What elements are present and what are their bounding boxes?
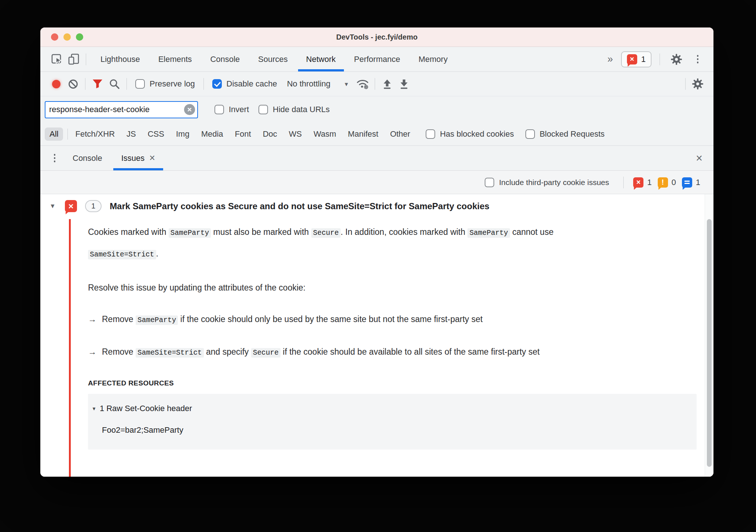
invert-checkbox[interactable]: Invert — [214, 105, 249, 114]
scrollbar-thumb[interactable] — [707, 219, 712, 467]
more-tabs-icon[interactable]: » — [604, 53, 617, 65]
filter-input[interactable] — [45, 101, 198, 118]
type-filter-js[interactable]: JS — [121, 129, 142, 139]
include-third-party-label: Include third-party cookie issues — [499, 178, 609, 187]
type-filter-fetch-xhr[interactable]: Fetch/XHR — [69, 129, 121, 139]
drawer-tab-issues[interactable]: Issues × — [112, 146, 165, 170]
record-network-log-button[interactable] — [48, 75, 65, 92]
drawer-tab-bar: Console Issues × × — [40, 146, 713, 171]
warning-count: 0 — [672, 178, 676, 187]
type-filter-media[interactable]: Media — [195, 129, 229, 139]
affected-resources-heading: AFFECTED RESOURCES — [88, 379, 697, 387]
has-blocked-cookies-checkbox[interactable]: Has blocked cookies — [426, 129, 514, 139]
type-filter-other[interactable]: Other — [384, 129, 416, 139]
throttling-value: No throttling — [287, 79, 331, 89]
tab-elements[interactable]: Elements — [149, 47, 201, 71]
tab-console[interactable]: Console — [201, 47, 249, 71]
type-filter-css[interactable]: CSS — [142, 129, 170, 139]
type-filter-all[interactable]: All — [45, 128, 63, 141]
warning-count-badge: ! 0 — [658, 177, 676, 188]
close-issues-tab-icon[interactable]: × — [149, 153, 155, 163]
disable-cache-checkbox[interactable]: Disable cache — [212, 79, 277, 89]
main-menu-button[interactable] — [689, 51, 706, 68]
import-har-button[interactable] — [379, 75, 396, 92]
resource-group-toggle[interactable]: ▼ 1 Raw Set-Cookie header — [92, 404, 689, 413]
settings-button[interactable] — [668, 51, 685, 68]
blocked-requests-checkbox[interactable]: Blocked Requests — [525, 129, 605, 139]
kebab-menu-icon — [54, 154, 56, 162]
blocked-requests-label: Blocked Requests — [540, 129, 605, 139]
network-filter-row: × Invert Hide data URLs — [40, 96, 713, 123]
message-badge-icon — [682, 177, 692, 188]
include-third-party-checkbox[interactable]: Include third-party cookie issues — [485, 178, 609, 187]
tab-network[interactable]: Network — [297, 47, 345, 71]
error-count: 1 — [647, 178, 652, 187]
minimize-window-button[interactable] — [63, 33, 71, 41]
hide-data-urls-checkbox[interactable]: Hide data URLs — [258, 105, 330, 114]
checkbox-unchecked-icon — [485, 178, 494, 187]
issues-counter-button[interactable]: × 1 — [621, 51, 652, 67]
message-count: 1 — [696, 178, 700, 187]
resolution-item: →Remove SameParty if the cookie should o… — [88, 309, 697, 330]
close-window-button[interactable] — [51, 33, 58, 41]
type-filter-img[interactable]: Img — [170, 129, 195, 139]
code-samesite-strict: SameSite=Strict — [136, 348, 204, 358]
inspect-cursor-icon — [50, 53, 63, 66]
close-drawer-button[interactable]: × — [696, 152, 702, 164]
arrow-right-icon: → — [88, 314, 96, 324]
request-type-bar: All Fetch/XHR JS CSS Img Media Font Doc … — [40, 123, 713, 146]
search-network-button[interactable] — [106, 75, 123, 92]
divider — [85, 78, 85, 90]
scrollbar-track[interactable] — [705, 194, 713, 477]
export-har-button[interactable] — [396, 75, 412, 92]
divider — [623, 177, 624, 188]
expand-issue-icon[interactable]: ▼ — [49, 203, 60, 210]
device-toolbar-button[interactable] — [65, 51, 82, 68]
issue-error-icon: × — [65, 200, 77, 212]
issues-panel: ▼ × 1 Mark SameParty cookies as Secure a… — [40, 194, 713, 477]
network-conditions-button[interactable] — [354, 75, 371, 92]
error-badge-icon: × — [633, 177, 643, 188]
code-sameparty: SameParty — [467, 228, 510, 238]
tab-sources[interactable]: Sources — [249, 47, 297, 71]
download-icon — [399, 79, 409, 89]
tab-lighthouse[interactable]: Lighthouse — [91, 47, 149, 71]
divider — [685, 78, 686, 90]
tab-memory[interactable]: Memory — [409, 47, 456, 71]
type-filter-ws[interactable]: WS — [283, 129, 308, 139]
type-filter-manifest[interactable]: Manifest — [342, 129, 384, 139]
message-count-badge: 1 — [682, 177, 700, 188]
inspect-element-button[interactable] — [48, 51, 65, 68]
clear-network-log-button[interactable] — [65, 75, 81, 92]
filter-toggle-button[interactable] — [89, 75, 106, 92]
issue-resolution-intro: Resolve this issue by updating the attri… — [88, 277, 697, 298]
drawer-tab-console[interactable]: Console — [63, 146, 112, 170]
affected-resources-box: ▼ 1 Raw Set-Cookie header Foo2=bar2;Same… — [88, 394, 697, 450]
type-filter-wasm[interactable]: Wasm — [308, 129, 342, 139]
type-filter-doc[interactable]: Doc — [257, 129, 283, 139]
drawer-menu-button[interactable] — [46, 150, 63, 167]
clear-filter-button[interactable]: × — [184, 104, 195, 115]
disable-cache-label: Disable cache — [227, 79, 277, 89]
network-conditions-icon — [356, 78, 370, 90]
zoom-window-button[interactable] — [76, 33, 83, 41]
throttling-select[interactable]: No throttling ▼ — [287, 79, 349, 89]
type-filter-font[interactable]: Font — [229, 129, 257, 139]
window-title: DevTools - jec.fyi/demo — [40, 33, 713, 41]
network-settings-button[interactable] — [689, 75, 706, 92]
kebab-menu-icon — [697, 55, 699, 63]
chevron-down-icon: ▼ — [344, 81, 349, 87]
code-secure: Secure — [251, 348, 280, 358]
checkbox-unchecked-icon — [214, 105, 224, 114]
checkbox-checked-icon — [212, 79, 222, 89]
issue-count-badge: 1 — [85, 200, 102, 212]
issue-error-rule — [69, 219, 71, 477]
tab-performance[interactable]: Performance — [345, 47, 410, 71]
divider — [375, 78, 375, 90]
drawer-issues-label: Issues — [121, 154, 145, 163]
preserve-log-checkbox[interactable]: Preserve log — [135, 79, 195, 89]
code-sameparty: SameParty — [169, 228, 211, 238]
divider — [67, 129, 68, 140]
issue-header[interactable]: ▼ × 1 Mark SameParty cookies as Secure a… — [40, 194, 713, 212]
tab-bar-right-cluster: » × 1 — [604, 51, 706, 68]
